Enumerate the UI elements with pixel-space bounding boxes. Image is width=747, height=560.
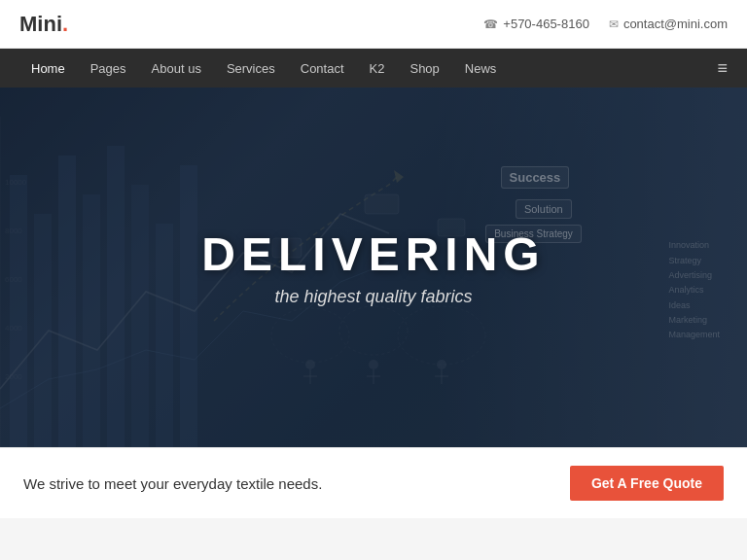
top-contact: ☎ +570-465-8160 ✉ contact@mini.com bbox=[483, 17, 728, 31]
logo-text: Mini bbox=[19, 12, 62, 36]
phone-icon: ☎ bbox=[483, 18, 498, 31]
navigation: Home Pages About us Services Contact K2 … bbox=[0, 49, 747, 88]
nav-item-services[interactable]: Services bbox=[215, 49, 287, 88]
hero-subtitle: the highest quality fabrics bbox=[201, 287, 545, 307]
nav-item-pages[interactable]: Pages bbox=[79, 49, 138, 88]
nav-item-k2[interactable]: K2 bbox=[358, 49, 397, 88]
email-icon: ✉ bbox=[609, 18, 619, 31]
nav-item-aboutus[interactable]: About us bbox=[140, 49, 213, 88]
get-quote-button[interactable]: Get A Free Quote bbox=[570, 466, 724, 501]
nav-item-contact[interactable]: Contact bbox=[289, 49, 356, 88]
nav-menu: Home Pages About us Services Contact K2 … bbox=[19, 49, 508, 88]
phone-contact: ☎ +570-465-8160 bbox=[483, 17, 589, 31]
hero-content: DELIVERING the highest quality fabrics bbox=[201, 228, 545, 307]
hamburger-icon[interactable]: ≡ bbox=[717, 58, 728, 79]
nav-link-contact[interactable]: Contact bbox=[289, 49, 356, 88]
nav-link-aboutus[interactable]: About us bbox=[140, 49, 213, 88]
bottom-cta-bar: We strive to meet your everyday textile … bbox=[0, 447, 747, 518]
nav-link-pages[interactable]: Pages bbox=[79, 49, 138, 88]
nav-link-services[interactable]: Services bbox=[215, 49, 287, 88]
nav-link-k2[interactable]: K2 bbox=[358, 49, 397, 88]
logo: Mini. bbox=[19, 12, 68, 37]
logo-dot: . bbox=[62, 12, 68, 36]
nav-item-news[interactable]: News bbox=[453, 49, 509, 88]
phone-number: +570-465-8160 bbox=[503, 17, 589, 31]
email-address: contact@mini.com bbox=[623, 17, 728, 31]
nav-item-home[interactable]: Home bbox=[19, 49, 77, 88]
top-bar: Mini. ☎ +570-465-8160 ✉ contact@mini.com bbox=[0, 0, 747, 49]
nav-link-news[interactable]: News bbox=[453, 49, 509, 88]
nav-item-shop[interactable]: Shop bbox=[398, 49, 450, 88]
nav-link-shop[interactable]: Shop bbox=[398, 49, 450, 88]
nav-link-home[interactable]: Home bbox=[19, 49, 77, 88]
hero-title: DELIVERING bbox=[201, 228, 545, 281]
hero-section: 10000 8000 6000 4000 2000 Success Soluti… bbox=[0, 88, 747, 447]
email-contact: ✉ contact@mini.com bbox=[609, 17, 728, 31]
bottom-tagline: We strive to meet your everyday textile … bbox=[23, 475, 322, 492]
